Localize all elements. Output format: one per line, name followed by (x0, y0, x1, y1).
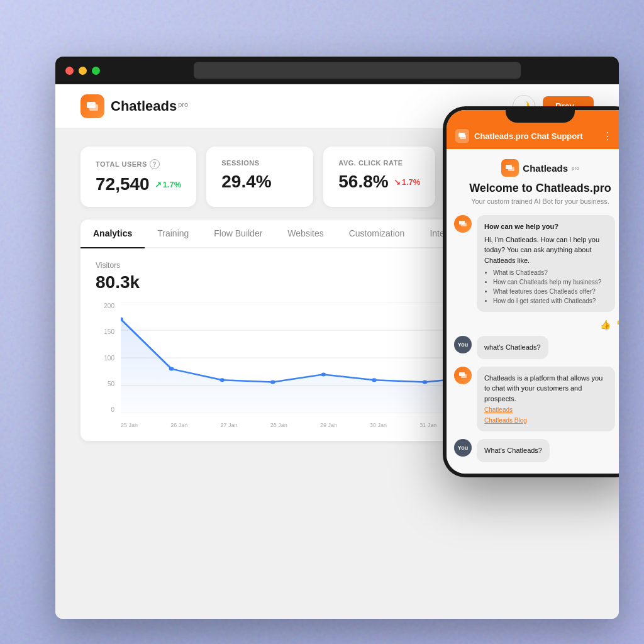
user-avatar-1: You (454, 336, 472, 353)
chat-title: Chatleads.pro Chat Support (474, 131, 583, 141)
x-label-26jan: 26 Jan (170, 422, 187, 428)
svg-point-11 (270, 380, 275, 384)
logo-icon (80, 94, 104, 118)
bullet-2: How can Chatleads help my business? (493, 277, 608, 287)
chat-bubble-heading-1: How can we help you? (484, 221, 608, 232)
chat-user-message-2: You What's Chatleads? (454, 439, 619, 462)
chat-link-chatleads[interactable]: Chatleads (484, 405, 608, 414)
minimize-button[interactable] (79, 67, 87, 75)
x-label-30jan: 30 Jan (370, 422, 387, 428)
arrow-up-icon: ↗ (155, 180, 162, 189)
svg-rect-1 (89, 104, 98, 111)
browser-titlebar (55, 57, 619, 84)
stat-value-sessions: 29.4% (221, 172, 298, 192)
chat-body[interactable]: Chatleadspro Welcome to Chatleads.pro Yo… (447, 149, 619, 474)
y-label-0: 0 (111, 406, 114, 413)
chat-bubble-text-2: Chatleads is a platform that allows you … (484, 374, 602, 402)
chat-message-1: How can we help you? Hi, I'm Chatleads. … (454, 215, 619, 312)
bullet-4: How do I get started with Chatleads? (493, 296, 608, 306)
chat-user-bubble-2: What's Chatleads? (477, 439, 550, 462)
thumbs-up-icon[interactable]: 👍 (600, 319, 611, 330)
chat-welcome: Chatleadspro Welcome to Chatleads.pro Yo… (454, 159, 619, 205)
chat-bubble-text-1: Hi, I'm Chatleads. How can I help you to… (484, 236, 599, 264)
user-avatar-2: You (454, 439, 472, 457)
more-icon[interactable]: ⋮ (602, 130, 613, 142)
browser-window: Chatleadspro 🌙 Prev... TOTAL USERS ? 72,… (55, 57, 619, 619)
tab-analytics[interactable]: Analytics (80, 219, 145, 248)
svg-point-14 (423, 380, 428, 384)
phone-notch (506, 106, 575, 123)
phone-mockup: Chatleads.pro Chat Support ⋮ ✕ (443, 106, 619, 477)
tab-customization[interactable]: Customization (336, 219, 418, 248)
stat-change-total-users: ↗ 1.7% (155, 180, 182, 189)
close-chat-icon[interactable]: ✕ (618, 131, 619, 141)
chat-bubble-1: How can we help you? Hi, I'm Chatleads. … (477, 215, 615, 312)
tab-training[interactable]: Training (145, 219, 201, 248)
bullet-3: What features does Chatleads offer? (493, 287, 608, 296)
svg-rect-19 (460, 135, 466, 139)
stat-card-sessions: SESSIONS 29.4% (206, 147, 313, 207)
x-label-28jan: 28 Jan (270, 422, 287, 428)
y-label-200: 200 (104, 303, 114, 309)
stat-value-total-users: 72,540 ↗ 1.7% (96, 174, 181, 194)
chat-link-blog[interactable]: Chatleads Blog (484, 416, 608, 425)
stat-label-total-users: TOTAL USERS ? (96, 159, 181, 169)
chat-header-actions: ⋮ ✕ (602, 130, 619, 142)
phone-screen: Chatleads.pro Chat Support ⋮ ✕ (447, 110, 619, 474)
chat-user-bubble-1: what's Chatleads? (477, 336, 548, 359)
y-label-150: 150 (104, 328, 114, 335)
x-label-29jan: 29 Jan (320, 422, 337, 428)
y-label-100: 100 (104, 355, 114, 362)
svg-point-13 (372, 378, 377, 382)
main-content-wrapper: Analytics Training Flow Builder Websites… (55, 219, 619, 441)
svg-point-10 (219, 378, 225, 382)
bot-avatar-1 (454, 215, 472, 233)
svg-rect-25 (461, 374, 467, 378)
arrow-down-icon: ↘ (394, 177, 401, 187)
stat-change-avg-click-rate: ↘ 1.7% (394, 177, 421, 187)
maximize-button[interactable] (92, 67, 100, 75)
stat-value-avg-click-rate: 56.8% ↘ 1.7% (338, 172, 420, 192)
chat-logo-icon (501, 159, 519, 177)
svg-rect-21 (508, 167, 514, 171)
chat-header-icon (455, 129, 469, 143)
browser-content: Chatleadspro 🌙 Prev... TOTAL USERS ? 72,… (55, 84, 619, 619)
logo-area: Chatleadspro (80, 94, 188, 118)
address-bar[interactable] (194, 62, 521, 79)
chat-welcome-sub: Your custom trained AI Bot for your busi… (454, 197, 619, 205)
bullet-1: What is Chatleads? (493, 268, 608, 277)
thumbs-down-icon[interactable]: 👎 (616, 319, 619, 330)
stat-card-total-users: TOTAL USERS ? 72,540 ↗ 1.7% (80, 147, 196, 207)
stat-label-sessions: SESSIONS (221, 159, 298, 167)
chart-y-labels: 200 150 100 50 0 (96, 303, 118, 413)
chat-header-title: Chatleads.pro Chat Support (455, 129, 583, 143)
x-label-25jan: 25 Jan (121, 422, 138, 428)
chat-logo-pro: pro (572, 165, 579, 171)
tab-flow-builder[interactable]: Flow Builder (201, 219, 275, 248)
close-button[interactable] (65, 67, 74, 75)
y-label-50: 50 (108, 380, 114, 387)
tab-websites[interactable]: Websites (275, 219, 336, 248)
svg-rect-23 (461, 223, 467, 226)
chat-message-2: Chatleads is a platform that allows you … (454, 367, 619, 432)
chat-welcome-title: Welcome to Chatleads.pro (454, 182, 619, 195)
stat-label-avg-click-rate: AVG. CLICK RATE (338, 159, 420, 167)
x-label-27jan: 27 Jan (220, 422, 237, 428)
chat-logo-text: Chatleads (523, 163, 568, 174)
info-icon[interactable]: ? (150, 159, 160, 169)
bot-avatar-2 (454, 367, 472, 384)
x-label-31jan: 31 Jan (419, 422, 436, 428)
chat-bubble-2: Chatleads is a platform that allows you … (477, 367, 615, 432)
logo-text: Chatleadspro (111, 98, 188, 114)
svg-point-12 (321, 372, 326, 376)
chat-logo-area: Chatleadspro (454, 159, 619, 177)
svg-point-9 (169, 367, 174, 371)
chat-user-message-1: You what's Chatleads? (454, 336, 619, 359)
stat-card-avg-click-rate: AVG. CLICK RATE 56.8% ↘ 1.7% (323, 147, 435, 207)
